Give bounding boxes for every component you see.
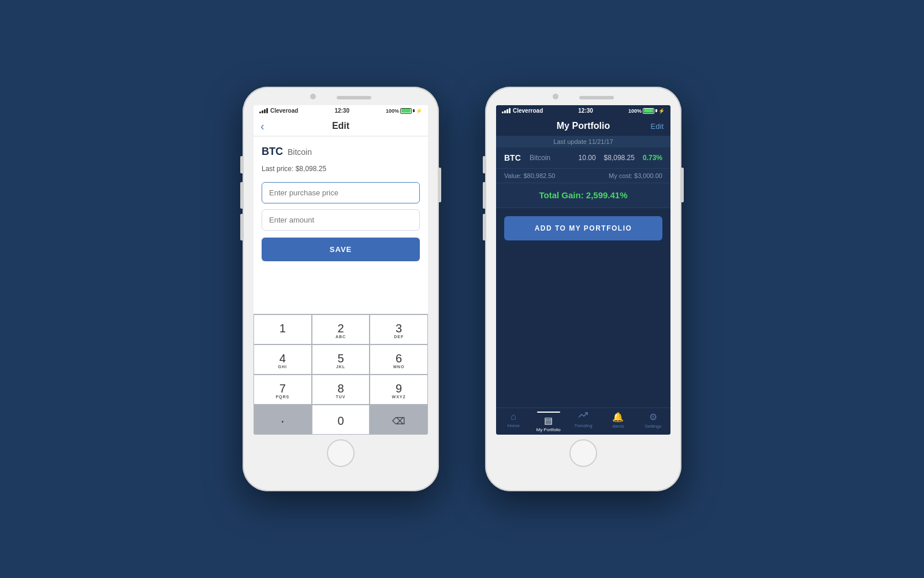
coin-header: BTC Bitcoin — [262, 146, 420, 158]
status-left-2: Cleverroad — [502, 108, 543, 114]
tab-bar: ⌂ Home ▤ My Portfolio Trending 🔔 Alerts … — [496, 407, 670, 435]
portfolio-empty-space — [496, 249, 670, 407]
keypad-row-1: 1 2 ABC 3 DEF — [254, 314, 428, 344]
tab-home[interactable]: ⌂ Home — [496, 412, 531, 432]
edit-content: BTC Bitcoin Last price: $8,098.25 SAVE — [254, 136, 428, 314]
battery-fill-2 — [644, 109, 653, 113]
portfolio-btc-name: Bitcoin — [530, 154, 574, 162]
phone-1: Cleveroad 12:30 100% ⚡ ‹ Edit BTC Bitcoi… — [243, 87, 439, 491]
phone-top-bar — [243, 94, 439, 105]
alerts-icon: 🔔 — [612, 412, 624, 423]
earpiece-speaker-2 — [579, 96, 614, 99]
key-delete[interactable]: ⌫ — [370, 405, 428, 435]
last-price: Last price: $8,098.25 — [262, 165, 420, 173]
keypad-row-3: 7 PQRS 8 TUV 9 WXYZ — [254, 375, 428, 405]
key-5[interactable]: 5 JKL — [312, 344, 370, 375]
home-button[interactable] — [327, 439, 355, 467]
total-gain-row: Total Gain: 2,599.41% — [496, 183, 670, 208]
phone1-screen: Cleveroad 12:30 100% ⚡ ‹ Edit BTC Bitcoi… — [254, 105, 428, 435]
home-button-2[interactable] — [569, 439, 597, 467]
volume-up-button — [240, 182, 243, 209]
tab-portfolio-label: My Portfolio — [536, 427, 560, 432]
battery-indicator: 100% ⚡ — [386, 108, 422, 114]
tab-settings-label: Settings — [644, 424, 661, 429]
phone-2: Cleverroad 12:30 100% ⚡ My Portfolio Edi… — [485, 87, 681, 491]
portfolio-icon: ▤ — [544, 415, 553, 426]
value-cost-row: Value: $80,982.50 My cost: $3,000.00 — [496, 169, 670, 183]
tab-alerts[interactable]: 🔔 Alerts — [601, 412, 635, 432]
signal-icon — [259, 108, 268, 113]
signal-icon-2 — [502, 108, 511, 113]
charging-icon-2: ⚡ — [658, 108, 665, 114]
charging-icon: ⚡ — [416, 108, 422, 114]
portfolio-nav: My Portfolio Edit — [496, 116, 670, 136]
key-3[interactable]: 3 DEF — [370, 314, 428, 344]
status-left: Cleveroad — [259, 108, 298, 114]
settings-icon: ⚙ — [649, 412, 657, 423]
mute-button-2 — [483, 156, 485, 173]
power-button-2 — [681, 168, 684, 202]
key-2[interactable]: 2 ABC — [312, 314, 370, 344]
front-camera-2 — [553, 94, 558, 99]
portfolio-cost-label: My cost: $3,000.00 — [609, 172, 662, 179]
portfolio-item-btc: BTC Bitcoin 10.00 $8,098.25 0.73% — [496, 147, 670, 169]
coin-name: Bitcoin — [288, 147, 312, 157]
portfolio-btc-symbol: BTC — [504, 153, 525, 162]
tab-home-label: Home — [508, 423, 520, 428]
amount-input[interactable] — [262, 209, 420, 231]
key-1[interactable]: 1 — [254, 314, 312, 344]
keypad-row-2: 4 GHI 5 JKL 6 MNO — [254, 344, 428, 375]
key-9[interactable]: 9 WXYZ — [370, 375, 428, 405]
carrier-label: Cleveroad — [270, 108, 298, 114]
total-gain-label: Total Gain: 2,599.41% — [539, 190, 627, 200]
volume-down-button-2 — [483, 214, 485, 240]
back-button[interactable]: ‹ — [260, 120, 264, 133]
numeric-keypad: 1 2 ABC 3 DEF 4 GHI 5 — [254, 314, 428, 435]
tab-active-indicator — [537, 412, 560, 413]
portfolio-title: My Portfolio — [557, 121, 610, 131]
portfolio-btc-amount: 10.00 — [579, 154, 596, 162]
power-button — [439, 168, 441, 202]
nav-title: Edit — [332, 121, 349, 131]
battery-fill — [401, 109, 411, 113]
mute-button — [240, 156, 243, 173]
portfolio-btc-price: $8,098.25 — [604, 154, 635, 162]
keypad-row-4: · 0 ⌫ — [254, 405, 428, 435]
battery-tip — [413, 109, 415, 112]
time-label-2: 12:30 — [578, 108, 593, 114]
battery-percentage: 100% — [386, 108, 399, 114]
tab-settings[interactable]: ⚙ Settings — [636, 412, 670, 432]
portfolio-value-label: Value: $80,982.50 — [504, 172, 555, 179]
add-to-portfolio-button[interactable]: ADD TO MY PORTFOLIO — [504, 216, 662, 240]
purchase-price-input[interactable] — [262, 182, 420, 203]
status-bar: Cleveroad 12:30 100% ⚡ — [254, 105, 428, 116]
time-label: 12:30 — [334, 108, 349, 114]
status-bar-2: Cleverroad 12:30 100% ⚡ — [496, 105, 670, 116]
save-button[interactable]: SAVE — [262, 238, 420, 261]
home-icon: ⌂ — [511, 412, 516, 422]
carrier-label-2: Cleverroad — [513, 108, 543, 114]
key-8[interactable]: 8 TUV — [312, 375, 370, 405]
battery-tip-2 — [655, 109, 657, 112]
key-4[interactable]: 4 GHI — [254, 344, 312, 375]
nav-bar: ‹ Edit — [254, 116, 428, 136]
coin-symbol: BTC — [262, 146, 283, 158]
tab-trending[interactable]: Trending — [566, 412, 601, 432]
front-camera — [310, 94, 316, 99]
key-7[interactable]: 7 PQRS — [254, 375, 312, 405]
portfolio-btc-change: 0.73% — [643, 154, 662, 162]
key-dot[interactable]: · — [254, 405, 312, 435]
portfolio-edit-button[interactable]: Edit — [651, 122, 664, 131]
key-6[interactable]: 6 MNO — [370, 344, 428, 375]
volume-down-button — [240, 214, 243, 240]
phone2-screen: Cleverroad 12:30 100% ⚡ My Portfolio Edi… — [496, 105, 670, 435]
battery-percentage-2: 100% — [628, 108, 642, 114]
tab-alerts-label: Alerts — [612, 424, 624, 429]
tab-trending-label: Trending — [574, 423, 592, 428]
last-update-bar: Last update 11/21/17 — [496, 136, 670, 147]
volume-up-button-2 — [483, 182, 485, 209]
battery-indicator-2: 100% ⚡ — [628, 108, 665, 114]
key-0[interactable]: 0 — [312, 405, 370, 435]
tab-my-portfolio[interactable]: ▤ My Portfolio — [531, 412, 565, 432]
earpiece-speaker — [337, 96, 371, 99]
